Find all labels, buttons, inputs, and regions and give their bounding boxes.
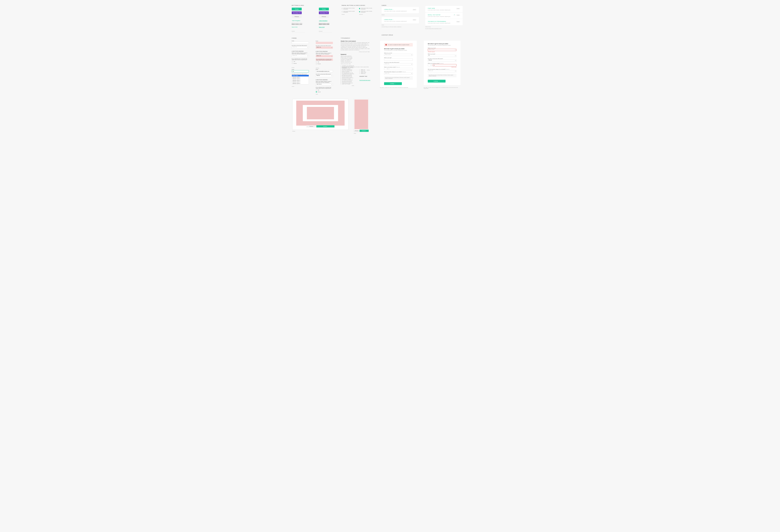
breadcrumb[interactable]: Bread Crubms Lorem › Bread Crubms Lorem (292, 23, 305, 25)
radio-unchecked[interactable]: Lorem ipsum dolor sit amet, consectetur (342, 11, 355, 13)
radio-notyet[interactable]: Not yet (292, 63, 309, 64)
back-navigation-link[interactable]: Back Navigation (292, 20, 305, 21)
email-input[interactable] (292, 42, 309, 44)
degree-select[interactable]: Select one (292, 55, 309, 57)
country-select[interactable]: Select country (384, 54, 413, 56)
card-title: START HERE (428, 8, 450, 9)
card-int-3[interactable]: THE BASICS OF PROGRAMMING Lorem ipsum do… (425, 19, 463, 26)
minreq-question: Do you already have a computer that meet… (316, 87, 333, 89)
phone-input-error[interactable] (433, 64, 456, 66)
text-link[interactable]: Text link style lorem ipsum (359, 80, 370, 81)
email-input-filled[interactable] (316, 70, 333, 72)
save-exit-link[interactable]: Save & Exit (292, 27, 305, 28)
equip-body: We do not filter applicants based on thi… (341, 55, 353, 63)
hear-label: How did you hear about Microverse? (316, 45, 333, 46)
card-title: LOREM IPSUM (384, 9, 406, 10)
breadcrumb-hover[interactable]: Bread Crubms Lorem › Bread Crubms Lorem (319, 23, 332, 25)
content-card-error-empty: ! You need to complete the fields to pro… (380, 41, 417, 88)
radio-notyet-checked[interactable]: Not yet (316, 91, 333, 93)
state-label-default: Default (292, 31, 305, 32)
radio-checked[interactable]: Lorem ipsum dolor sit amet, consectetur (359, 11, 373, 13)
wireframe-desktop: Previous Continue (292, 99, 348, 130)
header-one: Header One Lorem Ipsum (341, 40, 370, 42)
phone-cc-select[interactable] (428, 64, 432, 66)
card-badge: 15 min (412, 19, 417, 20)
card-footnote-desc: Use when linking inside the application … (425, 28, 463, 29)
mobile-label: Mobile (341, 85, 354, 86)
card-title: THE BASICS OF PROGRAMMING (428, 21, 450, 22)
email-input-active[interactable] (292, 70, 309, 72)
previous-button[interactable]: Previous (292, 15, 302, 18)
content-footnote-2: Error State : use when user has complete… (424, 87, 460, 89)
wf-previous-button[interactable]: Previous (306, 125, 316, 128)
card-ext-2[interactable]: LOREM IPSUM Lorem ipsum dolor sit amet, … (382, 17, 419, 23)
card-desc: Lorem ipsum dolor sit amet, consectetur … (428, 9, 450, 10)
save-exit-link-hover[interactable]: Save & Exit (319, 27, 332, 28)
hear-select-filled[interactable]: Website (428, 59, 456, 62)
content-heading: We'd like to get to know you better (384, 48, 413, 49)
radio-yes[interactable]: Yes (316, 61, 333, 62)
wireframe-mobile: Previous Continue (354, 99, 369, 132)
wf-continue-button[interactable]: Continue (359, 130, 369, 132)
card-footnote: Default (382, 25, 419, 26)
section-heading: A SECTION HEADING (316, 51, 333, 52)
dropdown-option[interactable]: Selectbox option 1 (292, 77, 309, 78)
card-int-1[interactable]: START HERE Lorem ipsum dolor sit amet, c… (425, 6, 463, 12)
email-label: Email (316, 41, 333, 42)
secondary-cta-button[interactable]: Secondary CTA (292, 11, 302, 14)
hear-select-spacing[interactable]: Select one (316, 47, 333, 49)
dropdown-option[interactable]: Selectbox option 4 (292, 81, 309, 83)
state-label-default: Default (342, 14, 355, 15)
degree-question: What is the highest degree or level of s… (292, 52, 309, 54)
continue-button[interactable]: Continue (428, 80, 445, 83)
gender-select[interactable]: Select one (428, 70, 456, 72)
degree-question: What is the highest degree or level of s… (316, 81, 333, 83)
hear-select[interactable]: Select one (292, 46, 309, 49)
card-int-2[interactable]: INSTALL TEXT EDITOR Lorem ipsum dolor si… (425, 12, 463, 19)
checkbox-checked[interactable]: Lorem ipsum dolor sit amet, consectetur (359, 8, 373, 9)
checkbox-unchecked[interactable]: Lorem ipsum dolor sit amet, consectetur (342, 8, 355, 9)
age-select-filled[interactable]: 31 (428, 55, 456, 57)
loading-spinner-icon (454, 14, 455, 16)
dropdown-option[interactable]: Selectbox option 2 (292, 78, 309, 80)
primary-button[interactable]: Primary (292, 8, 302, 10)
age-input[interactable] (384, 58, 413, 61)
email-input-spacing[interactable] (316, 42, 333, 44)
card-ext-1[interactable]: LOREM IPSUM Lorem ipsum dolor sit amet, … (382, 7, 419, 13)
live-label: Where do you live? (384, 53, 413, 53)
back-navigation-link-hover[interactable]: Back Navigation (319, 20, 332, 21)
hear-select[interactable]: Select one (384, 63, 413, 65)
country-select-error[interactable]: Select country (428, 49, 456, 51)
content-note: Note: Microverse does not discriminate o… (428, 74, 456, 77)
dropdown-option[interactable]: Selectbox option 3 (292, 80, 309, 81)
hear-select-open[interactable]: Please select Selectbox option 1 Selectb… (292, 75, 309, 84)
radio-yes[interactable]: Yes (316, 89, 333, 91)
hear-label: How did you hear about Microverse? (316, 74, 333, 75)
card-title: LOREM IPSUM (384, 19, 406, 20)
degree-select-spacing[interactable]: Select one (316, 55, 333, 57)
content-card-error-filled: We'd like to get to know you better This… (424, 41, 460, 85)
phone-cc-select[interactable] (384, 68, 388, 70)
section-buttons-links: BUTTONS & LINKS (292, 5, 332, 6)
phone-input[interactable] (389, 68, 413, 70)
section-forms: FORMS (292, 38, 309, 39)
wf-continue-button[interactable]: Continue (316, 125, 335, 128)
dropdown-option-selected[interactable]: Please select (292, 75, 309, 77)
previous-button-hover[interactable]: Previous (319, 15, 329, 18)
radio-yes[interactable]: Yes (292, 61, 309, 62)
card-state-label: Default & Hover (425, 27, 463, 27)
secondary-cta-button-hover[interactable]: Secondary CTA (319, 11, 329, 14)
content-footnote-1: Error State : use when user clicks conti… (380, 87, 417, 88)
degree-select-filled[interactable]: High School (316, 84, 333, 86)
hear-select-filled[interactable]: Website (316, 75, 333, 77)
wf-previous-button[interactable]: Previous (354, 130, 359, 132)
section-cards: CARDS (382, 5, 419, 6)
dropdown-option[interactable]: Selectbox option 5 (292, 83, 309, 84)
card-badge: 14 min (456, 14, 460, 16)
error-banner: ! You need to complete the fields to pro… (384, 43, 413, 47)
primary-button-hover[interactable]: Primary (319, 8, 329, 10)
gender-select[interactable]: Select one (384, 72, 413, 75)
radio-notyet[interactable]: Not yet (316, 63, 333, 64)
continue-button[interactable]: Continue (384, 82, 402, 85)
gender-label: With what gender category do you identif… (384, 71, 413, 72)
